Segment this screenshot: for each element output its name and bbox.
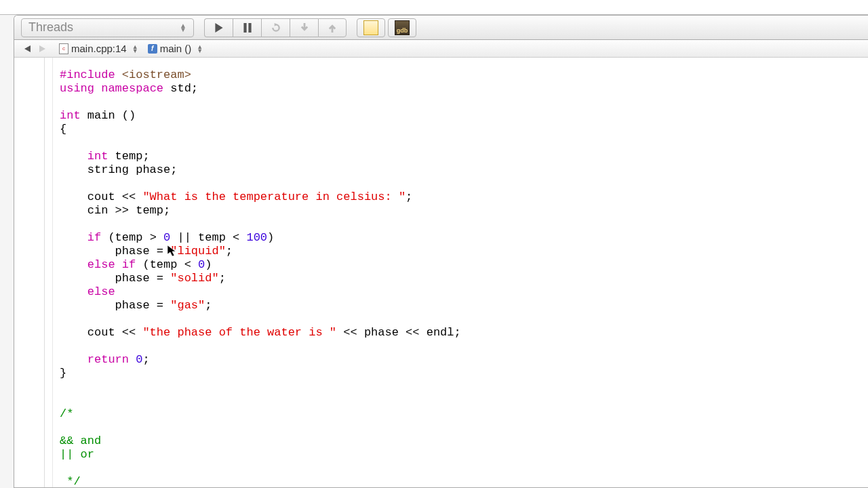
code-editor[interactable]: #include <iostream> using namespace std;… <box>53 58 868 487</box>
stepper-icon: ▲▼ <box>197 45 203 53</box>
mouse-cursor-icon <box>153 231 164 243</box>
function-breadcrumb[interactable]: f main () ▲▼ <box>148 43 203 54</box>
gdb-icon: gdb <box>395 20 410 35</box>
pause-icon <box>243 23 252 33</box>
svg-rect-1 <box>248 23 251 33</box>
continue-button[interactable] <box>204 18 233 37</box>
nav-forward-button[interactable] <box>35 45 50 52</box>
play-icon <box>214 23 224 33</box>
sheet-icon <box>363 20 378 35</box>
step-out-button[interactable] <box>318 18 347 37</box>
step-over-button[interactable] <box>290 18 318 37</box>
threads-label: Threads <box>28 20 73 35</box>
stepper-icon: ▲▼ <box>132 45 138 53</box>
svg-rect-0 <box>243 23 246 33</box>
step-out-icon <box>328 23 337 33</box>
file-breadcrumb[interactable]: c main.cpp:14 ▲▼ <box>59 43 138 54</box>
debug-button-group <box>204 18 347 37</box>
threads-dropdown[interactable]: Threads ▲▼ <box>21 18 194 37</box>
line-gutter[interactable] <box>14 58 45 487</box>
cpp-file-icon: c <box>59 43 68 54</box>
gdb-console-button[interactable]: gdb <box>388 18 416 37</box>
breakpoints-button[interactable] <box>357 18 385 37</box>
file-label: main.cpp:14 <box>71 43 127 54</box>
dropdown-stepper-icon: ▲▼ <box>180 24 186 32</box>
debug-toolbar: Threads ▲▼ gdb <box>14 16 868 40</box>
fold-margin[interactable] <box>45 58 53 487</box>
breadcrumb-bar: c main.cpp:14 ▲▼ f main () ▲▼ <box>14 40 868 58</box>
function-label: main () <box>160 43 192 54</box>
pause-button[interactable] <box>233 18 261 37</box>
triangle-right-icon <box>39 45 45 52</box>
editor-area: #include <iostream> using namespace std;… <box>14 58 868 487</box>
nav-back-button[interactable] <box>20 45 35 52</box>
window-chrome-top <box>0 0 868 15</box>
triangle-left-icon <box>24 45 31 52</box>
extra-button-group: gdb <box>357 18 416 37</box>
function-icon: f <box>148 44 157 54</box>
restart-button[interactable] <box>261 18 290 37</box>
editor-panel: Threads ▲▼ gdb <box>14 15 868 488</box>
restart-icon <box>271 23 281 33</box>
step-over-icon <box>300 23 309 33</box>
